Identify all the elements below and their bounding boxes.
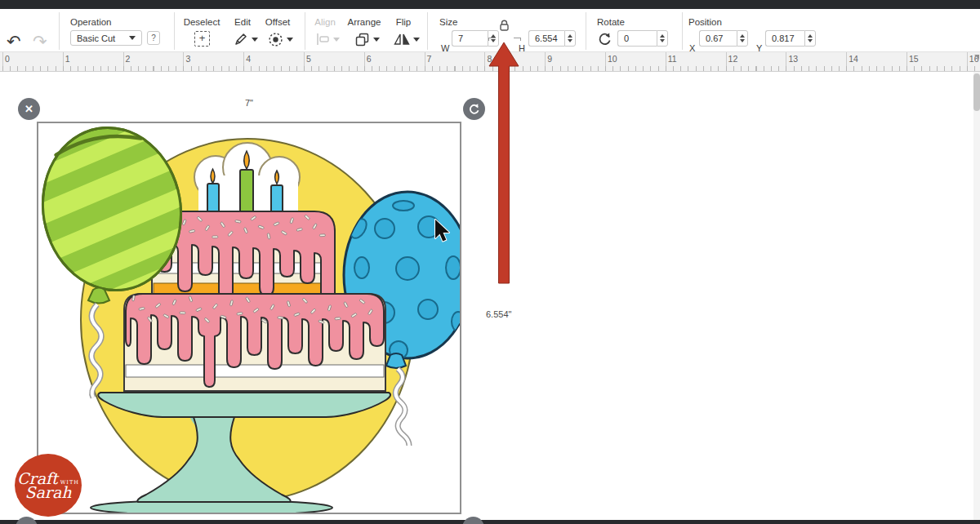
vertical-scrollbar-thumb[interactable]: [973, 73, 980, 111]
divider: [305, 12, 305, 50]
height-stepper[interactable]: [564, 30, 576, 47]
ruler-number: 15: [909, 54, 919, 64]
ruler-number: 0: [5, 54, 10, 64]
cake-artwork[interactable]: [38, 123, 460, 513]
offset-button[interactable]: [268, 32, 293, 47]
design-canvas[interactable]: 7" 6.554": [0, 72, 980, 520]
undo-icon: ↶: [7, 33, 21, 51]
pencil-icon: [234, 32, 248, 47]
chevron-down-icon: [413, 38, 420, 42]
rotate-stepper[interactable]: [657, 30, 668, 47]
divider: [586, 12, 586, 50]
width-input[interactable]: [452, 30, 488, 47]
redo-button[interactable]: ↷: [33, 33, 47, 51]
selection-bounding-box[interactable]: [37, 122, 461, 514]
position-label: Position: [688, 17, 722, 27]
bottom-dark-bar: [0, 520, 980, 524]
offset-label: Offset: [265, 17, 290, 27]
divider: [59, 12, 60, 50]
arrange-button[interactable]: [354, 32, 380, 47]
rotate-handle[interactable]: [463, 98, 485, 120]
chevron-down-icon: [129, 36, 136, 40]
deselect-button[interactable]: +: [194, 31, 210, 47]
rotate-icon[interactable]: [597, 31, 612, 47]
offset-icon: [268, 32, 283, 47]
chevron-down-icon: [287, 38, 293, 42]
chevron-down-icon: [252, 38, 258, 42]
position-x-field: [699, 30, 748, 47]
ruler-number: 14: [849, 54, 858, 64]
deselect-icon: +: [194, 31, 210, 47]
edit-button[interactable]: [234, 32, 258, 47]
ruler-number: 5: [306, 54, 311, 64]
align-label: Align: [314, 17, 336, 27]
selection-width-label: 7": [229, 98, 270, 108]
horizontal-ruler: 012345678910111213141516: [0, 52, 980, 72]
lock-bracket: [488, 29, 521, 38]
ruler-number: 7: [427, 54, 432, 64]
undo-button[interactable]: ↶: [7, 33, 21, 51]
ruler-number: 3: [185, 54, 190, 64]
rotate-label: Rotate: [597, 17, 625, 27]
width-axis-label: W: [441, 43, 449, 53]
ruler-number: 9: [547, 54, 552, 64]
divider: [682, 12, 683, 50]
ruler-number: 10: [608, 54, 617, 64]
flip-button[interactable]: [394, 32, 420, 47]
position-y-field: [765, 30, 816, 47]
operation-value: Basic Cut: [77, 33, 115, 43]
edit-toolbar: ↶ ↷ Operation Basic Cut ? Deselect + Edi…: [0, 9, 980, 52]
operation-help-button[interactable]: ?: [147, 31, 160, 45]
align-icon: [315, 32, 330, 47]
edit-label: Edit: [234, 17, 251, 27]
divider: [427, 12, 428, 50]
ruler-number: 6: [367, 54, 372, 64]
chevron-down-icon: [373, 38, 380, 42]
delete-handle[interactable]: ✕: [18, 98, 40, 120]
vertical-scrollbar: [973, 72, 980, 520]
arrange-icon: [354, 32, 370, 47]
height-field: [528, 30, 576, 47]
rotate-input[interactable]: [617, 30, 657, 47]
craft-with-sarah-logo: Craft with Sarah: [15, 454, 82, 517]
ruler-corner-icon: [974, 55, 979, 60]
rotate-arrow-icon: [468, 103, 480, 115]
position-y-stepper[interactable]: [804, 30, 816, 47]
chevron-down-icon: [333, 38, 340, 42]
arrange-label: Arrange: [348, 17, 381, 27]
flip-label: Flip: [396, 17, 412, 27]
ruler-number: 4: [246, 54, 251, 64]
flip-icon: [394, 32, 410, 47]
height-input[interactable]: [528, 30, 564, 47]
app-window: ↶ ↷ Operation Basic Cut ? Deselect + Edi…: [0, 0, 980, 524]
logo-word-sarah: Sarah: [25, 485, 72, 500]
height-axis-label: H: [519, 43, 525, 53]
x-axis-label: X: [689, 43, 695, 53]
selection-height-label: 6.554": [486, 309, 511, 319]
ruler-number: 2: [126, 54, 131, 64]
rotate-field: [617, 30, 668, 47]
operation-label: Operation: [70, 17, 112, 27]
close-icon: ✕: [24, 104, 33, 114]
ruler-number: 8: [487, 54, 492, 64]
deselect-label: Deselect: [184, 17, 220, 27]
top-dark-bar: [0, 0, 980, 9]
cake-bottom-tier: [124, 294, 385, 391]
operation-select[interactable]: Basic Cut: [70, 30, 142, 46]
y-axis-label: Y: [756, 43, 762, 53]
ruler-number: 11: [668, 54, 677, 64]
position-y-input[interactable]: [765, 30, 804, 47]
size-label: Size: [439, 17, 457, 27]
align-button: [315, 32, 340, 47]
ruler-number: 13: [788, 54, 798, 64]
redo-icon: ↷: [33, 33, 47, 51]
position-x-stepper[interactable]: [737, 30, 748, 47]
ruler-number: 1: [65, 54, 70, 64]
divider: [174, 12, 175, 50]
ruler-number: 12: [728, 54, 738, 64]
position-x-input[interactable]: [699, 30, 737, 47]
